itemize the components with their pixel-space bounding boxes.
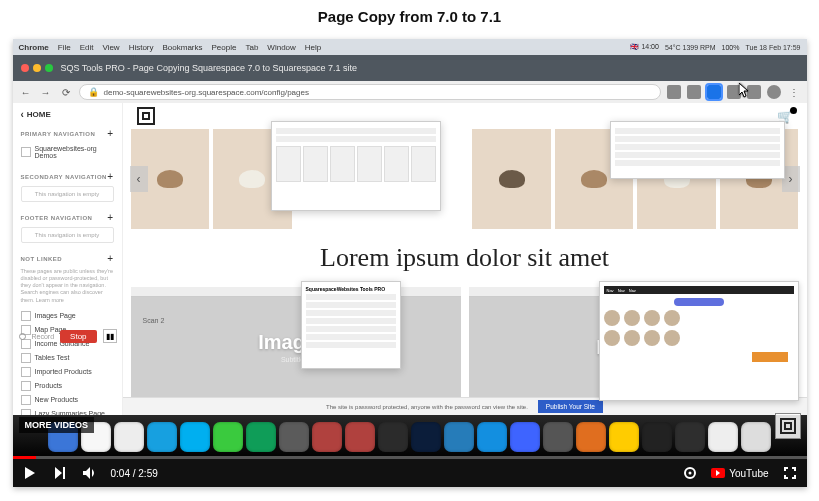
sidebar-empty-msg: This navigation is empty	[21, 186, 114, 202]
mac-menu-item[interactable]: Edit	[80, 43, 94, 52]
dock-app-icon[interactable]	[213, 422, 243, 452]
reload-icon[interactable]: ⟳	[59, 85, 73, 99]
dock-app-icon[interactable]	[279, 422, 309, 452]
lock-icon: 🔒	[88, 87, 99, 97]
sidebar-note: These pages are public unless they're di…	[21, 268, 114, 304]
video-frame: Chrome File Edit View History Bookmarks …	[13, 39, 807, 487]
play-button[interactable]	[21, 464, 39, 482]
dock-app-icon[interactable]	[378, 422, 408, 452]
devtools-popup[interactable]	[271, 121, 441, 211]
pause-button[interactable]: ▮▮	[103, 329, 117, 343]
sidebar-item[interactable]: Images Page	[21, 309, 114, 323]
dock-app-icon[interactable]	[114, 422, 144, 452]
dock-app-icon[interactable]	[708, 422, 738, 452]
fullscreen-icon[interactable]	[781, 464, 799, 482]
sidebar-section-header[interactable]: Secondary Navigation	[21, 171, 114, 182]
sidebar-item[interactable]: Squarewebsites-org Demos	[21, 143, 114, 161]
dock-app-icon[interactable]	[246, 422, 276, 452]
dock-app-icon[interactable]	[741, 422, 771, 452]
volume-icon[interactable]	[81, 464, 99, 482]
sidebar-item[interactable]: Imported Products	[21, 365, 114, 379]
extension-popup[interactable]: SquarespaceWebsites Tools PRO	[301, 281, 401, 369]
mac-menu-item[interactable]: View	[102, 43, 119, 52]
extension-icon[interactable]	[667, 85, 681, 99]
video-controls: 0:04 / 2:59 YouTube	[13, 459, 807, 487]
sidebar-item[interactable]: Tables Test	[21, 351, 114, 365]
home-link[interactable]: HOME	[21, 109, 114, 120]
screen-record-controls: Record Stop ▮▮	[19, 329, 117, 343]
mac-menu-item[interactable]: History	[129, 43, 154, 52]
sidebar-section-header[interactable]: Not Linked	[21, 253, 114, 264]
gallery-prev-icon[interactable]: ‹	[130, 166, 148, 192]
dock-app-icon[interactable]	[477, 422, 507, 452]
sidebar-section-header[interactable]: Footer Navigation	[21, 212, 114, 223]
forward-icon[interactable]: →	[39, 85, 53, 99]
next-button[interactable]	[51, 464, 69, 482]
mac-menu-item[interactable]: Window	[267, 43, 295, 52]
stop-button[interactable]: Stop	[60, 330, 96, 343]
publish-button[interactable]: Publish Your Site	[538, 400, 603, 413]
image-block[interactable]: Image 2 NavNavNav	[469, 287, 799, 407]
dock-app-icon[interactable]	[510, 422, 540, 452]
product-card[interactable]	[472, 129, 551, 229]
url-text: demo-squarewebsites-org.squarespace.com/…	[104, 88, 309, 97]
image-block[interactable]: Scan 2 Image 1 Subtitle 1 SquarespaceWeb…	[131, 287, 461, 407]
youtube-link[interactable]: YouTube	[711, 468, 768, 479]
maximize-icon[interactable]	[45, 64, 53, 72]
profile-avatar-icon[interactable]	[767, 85, 781, 99]
kebab-menu-icon[interactable]: ⋮	[787, 85, 801, 99]
dock-app-icon[interactable]	[642, 422, 672, 452]
dock-app-icon[interactable]	[180, 422, 210, 452]
site-preview-popup[interactable]: NavNavNav	[599, 281, 799, 401]
youtube-icon	[711, 468, 725, 478]
dock-app-icon[interactable]	[312, 422, 342, 452]
svg-point-1	[689, 472, 692, 475]
mac-menu-item[interactable]: Bookmarks	[163, 43, 203, 52]
mac-menu-item[interactable]: Tab	[245, 43, 258, 52]
time-display: 0:04 / 2:59	[111, 468, 158, 479]
dock-app-icon[interactable]	[543, 422, 573, 452]
sidebar-item[interactable]: Lazy Summaries Page	[21, 407, 114, 415]
minimize-icon[interactable]	[33, 64, 41, 72]
site-logo-icon[interactable]	[137, 107, 155, 125]
close-icon[interactable]	[21, 64, 29, 72]
browser-tabstrip: SQS Tools PRO - Page Copying Squarespace…	[13, 55, 807, 81]
dock-app-icon[interactable]	[345, 422, 375, 452]
record-icon[interactable]	[19, 333, 26, 340]
pages-sidebar: HOME Primary Navigation Squarewebsites-o…	[13, 103, 123, 415]
browser-tab[interactable]: SQS Tools PRO - Page Copying Squarespace…	[61, 63, 358, 73]
dock-app-icon[interactable]	[411, 422, 441, 452]
mac-menu-item[interactable]: File	[58, 43, 71, 52]
sidebar-empty-msg: This navigation is empty	[21, 227, 114, 243]
dock-app-icon[interactable]	[147, 422, 177, 452]
site-preview: 🛒 ‹ ›	[123, 103, 807, 415]
address-bar[interactable]: 🔒 demo-squarewebsites-org.squarespace.co…	[79, 84, 661, 100]
browser-toolbar: ← → ⟳ 🔒 demo-squarewebsites-org.squaresp…	[13, 81, 807, 103]
sqs-tools-extension-icon[interactable]	[707, 85, 721, 99]
mouse-cursor-icon	[739, 83, 751, 99]
mac-menu-item[interactable]: Help	[305, 43, 321, 52]
sidebar-item[interactable]: Products	[21, 379, 114, 393]
channel-watermark-icon[interactable]	[775, 413, 801, 439]
mac-app-name: Chrome	[19, 43, 49, 52]
sidebar-item[interactable]: New Products	[21, 393, 114, 407]
page-title: Page Copy from 7.0 to 7.1	[0, 8, 819, 25]
record-label: Record	[32, 333, 55, 340]
sidebar-section-header[interactable]: Primary Navigation	[21, 128, 114, 139]
dock-app-icon[interactable]	[609, 422, 639, 452]
dock-app-icon[interactable]	[576, 422, 606, 452]
extension-popup[interactable]	[610, 121, 785, 179]
settings-icon[interactable]	[681, 464, 699, 482]
dock-app-icon[interactable]	[675, 422, 705, 452]
back-icon[interactable]: ←	[19, 85, 33, 99]
scene-label: Scan 2	[143, 317, 165, 324]
gallery-section: ‹ ›	[131, 129, 799, 229]
extension-icon[interactable]	[687, 85, 701, 99]
mac-menu-item[interactable]: People	[212, 43, 237, 52]
mac-status-tray: 🇬🇧 14:0054°C 1399 RPM100%Tue 18 Feb 17:5…	[630, 43, 800, 51]
mac-dock	[13, 415, 807, 459]
mac-menubar: Chrome File Edit View History Bookmarks …	[13, 39, 807, 55]
window-controls[interactable]	[21, 64, 53, 72]
dock-app-icon[interactable]	[444, 422, 474, 452]
more-videos-badge[interactable]: MORE VIDEOS	[19, 417, 95, 433]
